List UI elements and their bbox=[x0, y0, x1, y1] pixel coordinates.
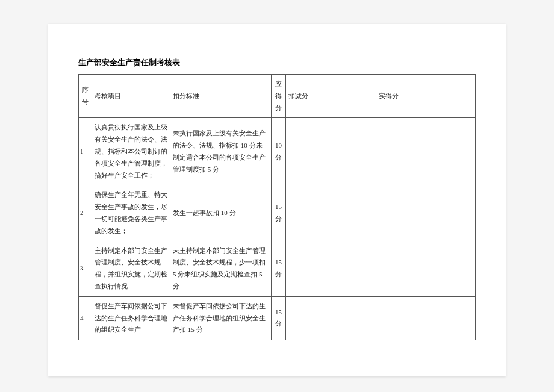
table-row: 2 确保生产全年无重、特大安全生产事故的发生，尽一切可能避免各类生产事故的发生；… bbox=[79, 185, 476, 241]
header-deduct: 扣减分 bbox=[286, 75, 376, 118]
cell-deduct bbox=[286, 241, 376, 296]
cell-item: 确保生产全年无重、特大安全生产事故的发生，尽一切可能避免各类生产事故的发生； bbox=[92, 185, 170, 241]
table-row: 1 认真贯彻执行国家及上级有关安全生产的法令、法规、指标和本公司制订的各项安全生… bbox=[79, 118, 476, 185]
cell-actual bbox=[376, 185, 476, 241]
table-row: 3 主持制定本部门安全生产管理制度、安全技术规程，并组织实施，定期检查执行情况 … bbox=[79, 241, 476, 296]
header-actual: 实得分 bbox=[376, 75, 476, 118]
header-item: 考核项目 bbox=[92, 75, 170, 118]
cell-criteria: 未执行国家及上级有关安全生产的法令、法规、指标扣 10 分未制定适合本公司的各项… bbox=[170, 118, 272, 185]
cell-score: 10分 bbox=[272, 118, 286, 185]
cell-actual bbox=[376, 241, 476, 296]
table-row: 4 督促生产车间依据公司下达的生产任务科学合理地的组织安全生产 未督促产车间依据… bbox=[79, 296, 476, 340]
header-num: 序号 bbox=[79, 75, 92, 118]
document-page: 生产部安全生产责任制考核表 序号 考核项目 扣分标准 应得分 扣减分 实得分 1… bbox=[48, 24, 506, 376]
cell-deduct bbox=[286, 118, 376, 185]
cell-deduct bbox=[286, 296, 376, 340]
cell-actual bbox=[376, 118, 476, 185]
cell-score: 15分 bbox=[272, 185, 286, 241]
cell-num: 4 bbox=[79, 296, 92, 340]
cell-score: 15分 bbox=[272, 241, 286, 296]
cell-item: 督促生产车间依据公司下达的生产任务科学合理地的组织安全生产 bbox=[92, 296, 170, 340]
cell-criteria: 发生一起事故扣 10 分 bbox=[170, 185, 272, 241]
cell-criteria: 未督促产车间依据公司下达的生产任务科学合理地的组织安全生产扣 15 分 bbox=[170, 296, 272, 340]
cell-criteria: 未主持制定本部门安全生产管理制度、安全技术规程，少一项扣 5 分未组织实施及定期… bbox=[170, 241, 272, 296]
header-score: 应得分 bbox=[272, 75, 286, 118]
cell-num: 1 bbox=[79, 118, 92, 185]
cell-num: 2 bbox=[79, 185, 92, 241]
cell-item: 认真贯彻执行国家及上级有关安全生产的法令、法规、指标和本公司制订的各项安全生产管… bbox=[92, 118, 170, 185]
assessment-table: 序号 考核项目 扣分标准 应得分 扣减分 实得分 1 认真贯彻执行国家及上级有关… bbox=[78, 74, 476, 340]
cell-item: 主持制定本部门安全生产管理制度、安全技术规程，并组织实施，定期检查执行情况 bbox=[92, 241, 170, 296]
cell-actual bbox=[376, 296, 476, 340]
header-criteria: 扣分标准 bbox=[170, 75, 272, 118]
cell-score: 15分 bbox=[272, 296, 286, 340]
cell-num: 3 bbox=[79, 241, 92, 296]
page-title: 生产部安全生产责任制考核表 bbox=[78, 57, 476, 68]
table-header-row: 序号 考核项目 扣分标准 应得分 扣减分 实得分 bbox=[79, 75, 476, 118]
cell-deduct bbox=[286, 185, 376, 241]
